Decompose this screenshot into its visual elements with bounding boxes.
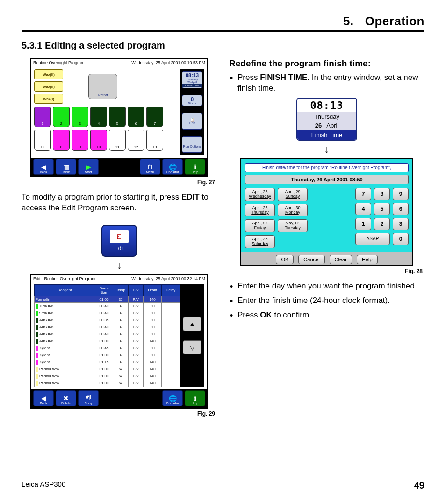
table-row[interactable]: Formalin01:0037P/V140 [35, 296, 180, 302]
retort[interactable]: Retort [88, 74, 117, 99]
finish-time-badge[interactable]: 08:13 Thursday 26 April Finish Time [182, 71, 202, 88]
operator-button[interactable]: 🌐Operator [162, 159, 183, 175]
table-row[interactable]: ABS IMS00:4037P/V80 [35, 331, 180, 338]
scroll-down-button[interactable]: ▽ [183, 340, 201, 354]
wax-slot[interactable]: Wax(II) [34, 81, 63, 92]
edit-badge[interactable]: 🗓 Edit [101, 225, 137, 257]
reagent-bottle[interactable]: 13 [146, 130, 163, 151]
table-cell [162, 373, 180, 380]
table-cell: Parafin Wax [35, 373, 95, 380]
down-arrow-icon: ↓ [22, 259, 217, 272]
copy-button[interactable]: 🗐Copy [78, 390, 99, 406]
table-cell: 80 [144, 331, 162, 338]
calendar-edit-icon: 🗓 [110, 230, 129, 243]
row-color-marker [36, 318, 38, 323]
table-row[interactable]: 96% IMS00:4037P/V80 [35, 310, 180, 317]
table-cell: P/V [128, 338, 143, 345]
keypad-digit-button[interactable]: 7 [355, 188, 371, 200]
table-cell: Xylene [35, 345, 95, 352]
table-cell [162, 324, 180, 331]
reagent-bottle[interactable]: 7 [146, 107, 163, 127]
asap-button[interactable]: ASAP [355, 233, 390, 245]
table-row[interactable]: Parafin Wax01:0062P/V140 [35, 366, 180, 373]
reagent-bottle[interactable]: 10 [90, 130, 107, 151]
back-button[interactable]: ◀Back [33, 159, 54, 175]
keypad-digit-button[interactable]: 2 [374, 218, 390, 230]
table-cell: 140 [144, 359, 162, 366]
day-select-button[interactable]: April, 28Saturday [245, 235, 275, 248]
finish-time-display[interactable]: 08:13 Thursday 26 April Finish Time [296, 98, 357, 141]
day-select-button[interactable]: May, 01Tuesday [278, 219, 308, 232]
wax-slot[interactable]: Wax(II) [34, 69, 63, 79]
clear-button[interactable]: Clear [330, 255, 352, 264]
table-cell: P/V [128, 302, 143, 310]
table-row[interactable]: ABS IMS00:4037P/V80 [35, 324, 180, 331]
cancel-button[interactable]: Cancel [298, 255, 324, 264]
day-select-button[interactable]: April, 26Thursday [245, 204, 275, 217]
keypad-digit-button[interactable]: 3 [393, 218, 409, 230]
row-color-marker [36, 332, 38, 337]
help-button[interactable]: ℹHelp [185, 159, 205, 175]
keypad-digit-button[interactable]: 6 [393, 203, 409, 215]
table-row[interactable]: Xylene01:1537P/V140 [35, 359, 180, 366]
wax-slot[interactable]: Wax(I) [34, 94, 63, 104]
reagent-bottle[interactable]: 3 [72, 107, 88, 127]
help-button[interactable]: ℹHelp [185, 390, 205, 406]
help-button[interactable]: Help [357, 255, 378, 264]
blocks-badge[interactable]: 0 Blocks [182, 95, 202, 106]
reagent-bottle[interactable]: 4 [90, 107, 107, 127]
reagent-bottle[interactable]: 1 [34, 107, 51, 127]
run-options-button[interactable]: ☰Run Options [182, 136, 202, 153]
reagent-bottle[interactable]: 6 [128, 107, 144, 127]
table-row[interactable]: Parafin Wax01:0062P/V140 [35, 373, 180, 380]
reagent-bottle[interactable]: 11 [109, 130, 126, 151]
reagent-bottle[interactable]: 8 [53, 130, 70, 151]
operator-button[interactable]: 🌐Operator [162, 390, 183, 406]
scroll-up-button[interactable]: ▲ [183, 317, 201, 331]
row-color-marker [36, 311, 38, 316]
table-cell: 01:15 [95, 359, 113, 366]
ok-button[interactable]: OK [276, 255, 294, 264]
keypad-digit-button[interactable]: 1 [355, 218, 371, 230]
table-cell [162, 380, 180, 387]
chapter-title: Operation [365, 14, 424, 29]
reagent-bottle[interactable]: 5 [109, 107, 126, 127]
table-cell: Xylene [35, 352, 95, 359]
reagent-bottle[interactable]: C [34, 130, 51, 151]
reagent-bottle[interactable]: 12 [128, 130, 144, 151]
start-button[interactable]: ▶Start [78, 159, 99, 175]
table-cell: 01:00 [95, 380, 113, 387]
arrow-left-icon: ◀ [41, 395, 46, 402]
table-cell: ABS IMS [35, 338, 95, 345]
reagent-bottle[interactable]: 9 [72, 130, 88, 151]
table-row[interactable]: Xylene00:4537P/V80 [35, 345, 180, 352]
day-select-button[interactable]: April, 25Wednesday [245, 188, 275, 201]
keypad-digit-button[interactable]: 0 [393, 233, 409, 245]
table-cell: 01:00 [95, 296, 113, 302]
table-row[interactable]: ABS IMS01:0037P/V140 [35, 338, 180, 345]
keypad-digit-button[interactable]: 9 [393, 188, 409, 200]
table-button[interactable]: ▦Table [56, 159, 76, 175]
table-row[interactable]: 70% IMS00:4037P/V80 [35, 302, 180, 310]
edit-side-button[interactable]: 📋Edit [182, 113, 202, 130]
menu-button[interactable]: 🗒Menu [140, 159, 160, 175]
table-row[interactable]: Xylene01:0037P/V80 [35, 352, 180, 359]
reagent-bottle[interactable]: 2 [53, 107, 70, 127]
table-cell: 37 [113, 310, 128, 317]
bullet-enter-time: Enter the finish time (24-hour clock for… [237, 295, 424, 306]
table-cell: P/V [128, 359, 143, 366]
keypad-digit-button[interactable]: 4 [355, 203, 371, 215]
keypad-digit-button[interactable]: 8 [374, 188, 390, 200]
day-select-button[interactable]: April, 30Monday [278, 204, 308, 217]
day-select-button[interactable]: April, 27Friday [245, 219, 275, 232]
table-cell: ABS IMS [35, 317, 95, 324]
page-footer: Leica ASP300 49 [22, 478, 424, 491]
back-button[interactable]: ◀Back [33, 390, 54, 406]
delete-button[interactable]: ✖Delete [56, 390, 76, 406]
table-cell: Formalin [35, 296, 95, 302]
day-select-button[interactable]: April, 29Sunday [278, 188, 308, 201]
table-row[interactable]: Parafin Wax01:0062P/V140 [35, 380, 180, 387]
row-color-marker [36, 339, 38, 344]
table-row[interactable]: ABS IMS00:3537P/V80 [35, 317, 180, 324]
keypad-digit-button[interactable]: 5 [374, 203, 390, 215]
